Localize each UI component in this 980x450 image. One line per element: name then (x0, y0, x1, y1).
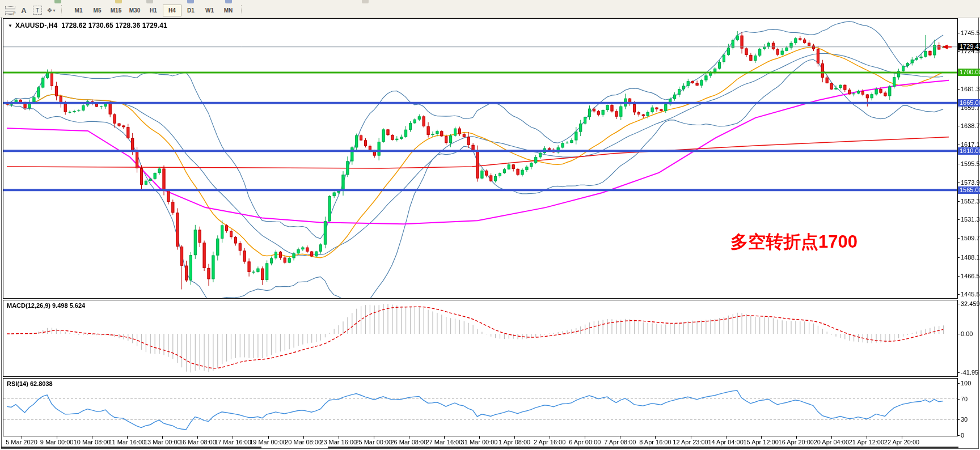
timeframe-button-M1[interactable]: M1 (69, 5, 88, 16)
tool-buttons: F A T ❖▾ M1M5M15M30H1H4D1W1MN (3, 5, 249, 16)
chevron-down-icon: ▾ (53, 8, 55, 13)
price-tick: 1531.30 (961, 216, 980, 223)
price-tick: 1488.10 (961, 254, 980, 261)
timeframe-button-W1[interactable]: W1 (200, 5, 219, 16)
toolbar-top-fragment (0, 0, 980, 4)
rsi-label: RSI(14) 62.8038 (7, 380, 53, 387)
toolbar-separator (241, 5, 247, 15)
macd-label: MACD(12,26,9) 9.498 5.624 (7, 302, 85, 309)
timeframe-button-M30[interactable]: M30 (125, 5, 144, 16)
macd-tick: 0.00 (961, 330, 973, 337)
shapes-tool-icon[interactable]: ❖▾ (44, 5, 58, 16)
timeframe-button-M5[interactable]: M5 (88, 5, 107, 16)
annotation-text[interactable]: 多空转折点1700 (730, 230, 858, 254)
dropdown-arrow-icon[interactable]: ▼ (8, 23, 12, 28)
price-tick: 1445.50 (961, 291, 980, 298)
text-tool-icon[interactable]: T (31, 5, 44, 16)
label-tool-icon[interactable]: A (17, 5, 31, 16)
chart-canvas[interactable] (0, 0, 980, 450)
mt4-window: F A T ❖▾ M1M5M15M30H1H4D1W1MN ▼XAUUSD-,H… (0, 0, 980, 450)
macd-tick: -41.95 (961, 369, 978, 376)
price-tick: 1552.30 (961, 198, 980, 205)
price-level-box: 1565.00 (958, 186, 980, 194)
price-tick: 1573.90 (961, 179, 980, 186)
timeframe-button-M15[interactable]: M15 (107, 5, 125, 16)
macd-tick: 32.459 (961, 300, 980, 307)
toolbar-separator (61, 5, 67, 15)
price-tick: 1595.50 (961, 160, 980, 167)
price-tick: 1509.70 (961, 235, 980, 241)
timeframe-button-H1[interactable]: H1 (144, 5, 163, 16)
rsi-tick: 0 (961, 432, 964, 439)
price-tick: 1745.50 (961, 29, 980, 36)
timeframe-button-MN[interactable]: MN (219, 5, 238, 16)
rsi-tick: 70 (961, 396, 968, 402)
price-tick: 1466.50 (961, 273, 980, 279)
rsi-tick: 30 (961, 416, 968, 423)
ohlc-values: 1728.62 1730.65 1728.36 1729.41 (61, 22, 167, 29)
time-tick: 22 Apr 20:00 (876, 439, 927, 445)
price-level-box: 1610.00 (958, 147, 980, 155)
timeframe-button-H4[interactable]: H4 (163, 5, 181, 16)
price-level-box: 1665.00 (958, 99, 980, 107)
price-tick: 1681.30 (961, 86, 980, 92)
symbol-timeframe: XAUUSD-,H4 (15, 22, 57, 29)
chart-ohlc-title: ▼XAUUSD-,H4 1728.62 1730.65 1728.36 1729… (8, 22, 167, 29)
price-level-box: 1700.00 (958, 69, 980, 76)
timeframe-toolbar: M1M5M15M30H1H4D1W1MN (69, 5, 238, 16)
timeframe-button-D1[interactable]: D1 (181, 5, 200, 16)
toolbar: F A T ❖▾ M1M5M15M30H1H4D1W1MN (0, 0, 980, 18)
price-level-box: 1729.41 (958, 43, 980, 50)
rsi-tick: 100 (961, 380, 971, 387)
fibo-grid-icon[interactable]: F (3, 5, 17, 16)
price-tick: 1638.70 (961, 122, 980, 129)
